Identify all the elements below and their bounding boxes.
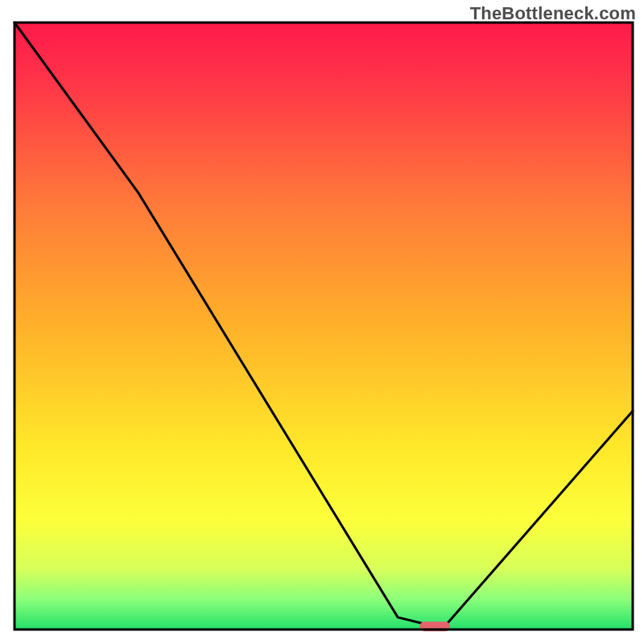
bottleneck-chart (0, 0, 644, 644)
chart-container: TheBottleneck.com (0, 0, 644, 644)
gradient-background (14, 23, 633, 630)
